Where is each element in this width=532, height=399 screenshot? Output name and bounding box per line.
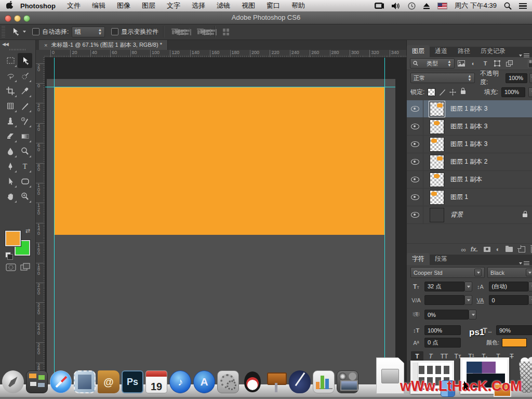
- auto-select-checkbox[interactable]: [32, 28, 39, 35]
- menu-item-选择[interactable]: 选择: [192, 2, 205, 9]
- layer-visibility-toggle[interactable]: [407, 189, 423, 206]
- menu-item-编辑[interactable]: 编辑: [92, 2, 105, 9]
- shape-tool[interactable]: [18, 174, 32, 189]
- character-panel-menu-icon[interactable]: [519, 261, 532, 265]
- close-document-icon[interactable]: ×: [44, 42, 47, 48]
- dock-numbers-icon[interactable]: [312, 370, 335, 394]
- input-language-flag-icon[interactable]: [437, 3, 447, 9]
- layer-thumbnail[interactable]: [430, 137, 444, 152]
- tab-paths[interactable]: 路径: [453, 45, 475, 57]
- dock-safari-icon[interactable]: [49, 370, 72, 394]
- spotlight-icon[interactable]: [504, 2, 512, 10]
- eject-icon[interactable]: [423, 3, 430, 9]
- layer-row[interactable]: 图层 1 副本: [407, 171, 532, 189]
- dock-calendar-icon[interactable]: 19: [145, 370, 168, 394]
- eyedropper-tool[interactable]: [18, 83, 32, 98]
- layer-name[interactable]: 背景: [450, 210, 463, 219]
- layer-row[interactable]: 图层 1: [407, 189, 532, 206]
- opacity-dropdown-button[interactable]: [529, 73, 532, 83]
- healing-brush-tool[interactable]: [3, 98, 18, 113]
- tab-character[interactable]: 字符: [407, 253, 430, 265]
- default-colors-icon[interactable]: [5, 252, 11, 258]
- tab-history[interactable]: 历史记录: [475, 45, 511, 57]
- brush-tool[interactable]: [18, 98, 32, 113]
- new-layer-icon[interactable]: [518, 246, 525, 252]
- layer-thumbnail[interactable]: [430, 208, 444, 222]
- active-app-menu[interactable]: Photoshop: [20, 2, 56, 10]
- apple-menu-icon[interactable]: [6, 1, 13, 10]
- tab-paragraph[interactable]: 段落: [430, 253, 453, 265]
- notification-center-icon[interactable]: [519, 3, 527, 9]
- menu-item-图层[interactable]: 图层: [142, 2, 155, 9]
- layer-visibility-toggle[interactable]: [407, 171, 423, 188]
- tracking-caret[interactable]: [528, 295, 532, 305]
- layer-thumbnail[interactable]: [430, 119, 444, 134]
- display-mirroring-icon[interactable]: [375, 3, 384, 9]
- new-group-icon[interactable]: [506, 247, 513, 252]
- filter-adjustment-layers-icon[interactable]: ◐: [468, 59, 478, 68]
- filter-type-layers-icon[interactable]: T: [480, 59, 490, 68]
- layer-row[interactable]: 背景: [407, 206, 532, 224]
- dock-app-store-icon[interactable]: A: [193, 370, 216, 394]
- layer-name[interactable]: 图层 1 副本 3: [450, 140, 487, 149]
- filter-shape-layers-icon[interactable]: [492, 59, 502, 68]
- lock-image-pixels-icon[interactable]: [438, 89, 446, 96]
- link-layers-icon[interactable]: ∞: [461, 246, 464, 254]
- clone-stamp-tool[interactable]: [3, 113, 18, 128]
- time-machine-icon[interactable]: [408, 2, 416, 10]
- fill-dropdown-button[interactable]: [528, 87, 532, 97]
- layer-name[interactable]: 图层 1 副本: [450, 175, 482, 184]
- dock-contacts-icon[interactable]: @: [97, 370, 120, 394]
- font-size-caret[interactable]: [464, 282, 472, 291]
- lock-position-icon[interactable]: [449, 89, 456, 96]
- swap-colors-icon[interactable]: ⇄: [25, 228, 30, 234]
- zoom-tool[interactable]: [18, 189, 32, 204]
- auto-align-layers-button[interactable]: [222, 28, 231, 36]
- layer-thumbnail[interactable]: [430, 190, 444, 205]
- dock-imovie-icon[interactable]: [336, 370, 359, 394]
- dock-photoshop-icon[interactable]: Ps: [121, 370, 144, 394]
- filter-pixel-layers-icon[interactable]: [456, 59, 467, 68]
- move-tool-icon[interactable]: [8, 26, 22, 37]
- quick-selection-tool[interactable]: [18, 68, 32, 83]
- menu-item-帮助[interactable]: 帮助: [291, 2, 305, 9]
- path-selection-tool[interactable]: [3, 174, 18, 189]
- crop-tool[interactable]: [3, 83, 18, 98]
- document-tab[interactable]: × 未标题-1 @ 67.1% (图层 1 副本 3, RGB/8) *: [39, 40, 168, 50]
- menu-item-窗口[interactable]: 窗口: [267, 2, 280, 9]
- layer-styles-icon[interactable]: fx.: [471, 246, 478, 253]
- dock-launchpad-icon[interactable]: [2, 370, 24, 394]
- layer-visibility-toggle[interactable]: [407, 153, 423, 170]
- blur-tool[interactable]: [3, 143, 18, 158]
- kerning-caret[interactable]: [464, 295, 472, 305]
- leading-caret[interactable]: [528, 282, 532, 291]
- lasso-tool[interactable]: [3, 68, 18, 83]
- dock-qq-icon[interactable]: [241, 370, 263, 394]
- foreground-color-swatch[interactable]: [5, 231, 21, 246]
- screen-mode-button[interactable]: [19, 262, 32, 272]
- adjustment-layer-icon[interactable]: ◐: [496, 246, 500, 253]
- layer-visibility-toggle[interactable]: [407, 118, 423, 135]
- menu-item-文字[interactable]: 文字: [167, 2, 180, 9]
- layer-row[interactable]: 图层 1 副本 2: [407, 153, 532, 171]
- type-tool[interactable]: T: [18, 158, 32, 174]
- gradient-tool[interactable]: [18, 128, 32, 143]
- add-layer-mask-icon[interactable]: [484, 247, 490, 252]
- tracking-field[interactable]: 0: [489, 295, 532, 305]
- kerning-field[interactable]: [424, 295, 472, 305]
- eraser-tool[interactable]: [3, 128, 18, 143]
- dock-pages-icon[interactable]: [288, 370, 311, 394]
- leading-field[interactable]: (自动): [489, 282, 532, 291]
- tab-channels[interactable]: 通道: [430, 45, 453, 57]
- horizontal-scale-value[interactable]: 90%: [496, 325, 532, 335]
- layer-name[interactable]: 图层 1 副本 3: [450, 122, 487, 131]
- rectangular-marquee-tool[interactable]: [3, 53, 18, 68]
- menu-item-视图[interactable]: 视图: [242, 2, 255, 9]
- font-size-field[interactable]: 32 点: [424, 282, 472, 291]
- collapse-panel-icon[interactable]: ◀◀: [2, 42, 8, 47]
- auto-select-dropdown[interactable]: 组 ▲▼: [72, 26, 105, 37]
- baseline-shift-value[interactable]: 0 点: [424, 338, 461, 348]
- layer-row[interactable]: 图层 1 副本 3: [407, 100, 532, 118]
- text-color-swatch[interactable]: [502, 338, 527, 347]
- blend-mode-dropdown[interactable]: 正常 ▲▼: [410, 73, 475, 83]
